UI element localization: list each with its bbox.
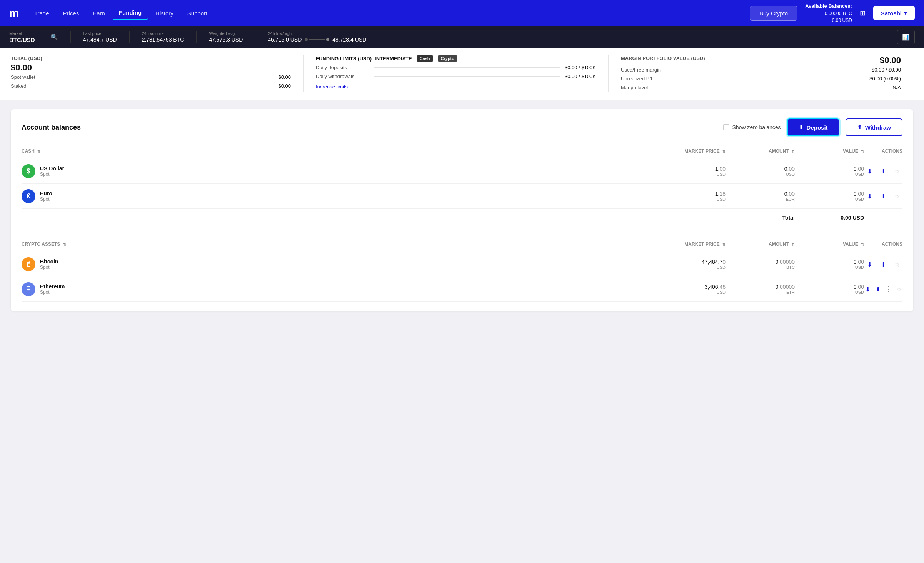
withdraw-icon: ⬆	[857, 124, 862, 131]
last-price-value: 47,484.7 USD	[83, 37, 117, 43]
eth-star-icon[interactable]: ☆	[895, 284, 902, 295]
btc-amount: 0.00000	[726, 259, 795, 265]
table-row: € Euro Spot 1.18 USD 0.00 EUR 0.00 USD ⬇…	[22, 184, 902, 209]
daily-deposits-label: Daily deposits	[316, 65, 370, 70]
nav-history[interactable]: History	[149, 7, 180, 20]
staked-value: $0.00	[278, 83, 291, 89]
eur-name: Euro	[40, 190, 52, 197]
btc-value-currency: USD	[795, 265, 864, 270]
weighted-value: 47,575.3 USD	[209, 37, 243, 43]
cash-col-header[interactable]: CASH ⇅	[22, 148, 129, 154]
lowhigh-label: 24h low/high	[268, 31, 366, 36]
btc-value-cell: 0.00 USD	[795, 259, 864, 270]
eth-more-icon[interactable]: ⋮	[885, 284, 892, 295]
divider4	[255, 31, 255, 43]
amount-col-header[interactable]: AMOUNT ⇅	[726, 148, 795, 154]
volume-label: 24h volume	[142, 31, 184, 36]
cash-badge[interactable]: Cash	[417, 55, 433, 62]
eur-icon: €	[22, 189, 35, 203]
eth-price-cell: 3,406.46 USD	[129, 284, 726, 295]
show-zero-checkbox[interactable]	[723, 124, 729, 130]
card-header: Account balances Show zero balances ⬇ De…	[22, 118, 902, 136]
cash-total-label: Total	[726, 215, 795, 221]
eur-amount: 0.00	[726, 191, 795, 197]
daily-deposits-row: Daily deposits $0.00 / $100K	[316, 65, 596, 70]
crypto-table-header: CRYPTO ASSETS ⇅ MARKET PRICE ⇅ AMOUNT ⇅ …	[22, 238, 902, 250]
buy-crypto-button[interactable]: Buy Crypto	[750, 6, 797, 21]
market-price-col-header[interactable]: MARKET PRICE ⇅	[129, 148, 726, 154]
last-price-stat: Last price 47,484.7 USD	[83, 31, 117, 43]
eur-deposit-icon[interactable]: ⬇	[864, 191, 875, 202]
btc-star-icon[interactable]: ☆	[892, 259, 902, 270]
staked-row: Staked $0.00	[11, 82, 291, 90]
usd-balance: 0.00 USD	[805, 17, 852, 24]
eth-deposit-icon[interactable]: ⬇	[864, 284, 871, 295]
header-actions: Show zero balances ⬇ Deposit ⬆ Withdraw	[723, 118, 902, 136]
funding-summary: TOTAL (USD) $0.00 Spot wallet $0.00 Stak…	[0, 48, 924, 100]
daily-withdrawals-row: Daily withdrawals $0.00 / $100K	[316, 73, 596, 79]
value-col-header[interactable]: VALUE ⇅	[795, 148, 864, 154]
limits-title: FUNDING LIMITS (USD): INTERMEDIATE	[316, 56, 412, 62]
amount-sort-icon: ⇅	[792, 149, 795, 153]
used-free-value: $0.00 / $0.00	[872, 67, 901, 73]
funding-limits-section: FUNDING LIMITS (USD): INTERMEDIATE Cash …	[303, 55, 608, 92]
crypto-amount-col-header[interactable]: AMOUNT ⇅	[726, 242, 795, 247]
eth-withdraw-icon[interactable]: ⬆	[874, 284, 882, 295]
market-label: Market	[9, 31, 35, 36]
search-icon[interactable]: 🔍	[50, 33, 58, 41]
crypto-market-price-col-header[interactable]: MARKET PRICE ⇅	[129, 242, 726, 247]
eth-amount-currency: ETH	[726, 290, 795, 295]
divider2	[129, 31, 130, 43]
withdraw-button[interactable]: ⬆ Withdraw	[846, 118, 902, 136]
usd-withdraw-icon[interactable]: ⬆	[878, 166, 889, 177]
nav-funding[interactable]: Funding	[113, 6, 148, 20]
grid-icon[interactable]: ⊞	[860, 9, 866, 17]
crypto-value-col-header[interactable]: VALUE ⇅	[795, 242, 864, 247]
nav-trade[interactable]: Trade	[28, 7, 55, 20]
table-row: Ξ Ethereum Spot 3,406.46 USD 0.00000 ETH…	[22, 277, 902, 302]
eur-price: 1.18	[129, 191, 726, 197]
btc-type: Spot	[40, 265, 58, 270]
used-free-label: Used/Free margin	[621, 67, 661, 73]
usd-name: US Dollar	[40, 165, 64, 172]
eur-withdraw-icon[interactable]: ⬆	[878, 191, 889, 202]
crypto-col-header[interactable]: CRYPTO ASSETS ⇅	[22, 242, 129, 247]
chart-button[interactable]: 📊	[897, 30, 915, 44]
daily-deposits-bar	[374, 67, 560, 68]
eur-price-currency: USD	[129, 197, 726, 202]
btc-amount-cell: 0.00000 BTC	[726, 259, 795, 270]
btc-withdraw-icon[interactable]: ⬆	[878, 259, 889, 270]
withdraw-label: Withdraw	[865, 124, 891, 131]
high-value: 48,728.4 USD	[332, 37, 366, 43]
value-sort-icon: ⇅	[861, 149, 864, 153]
spot-wallet-label: Spot wallet	[11, 74, 35, 80]
btc-price-currency: USD	[129, 265, 726, 270]
btc-value: 0.00	[795, 259, 864, 265]
username: Satoshi	[881, 10, 902, 17]
btc-name: Bitcoin	[40, 258, 58, 265]
increase-limits-link[interactable]: Increase limits	[316, 84, 348, 90]
logo-icon[interactable]: m	[9, 7, 19, 19]
eth-actions: ⬇ ⬆ ⋮ ☆	[864, 284, 902, 295]
usd-actions: ⬇ ⬆ ☆	[864, 166, 902, 177]
deposit-button[interactable]: ⬇ Deposit	[787, 118, 839, 136]
eth-value: 0.00	[795, 284, 864, 290]
crypto-badge[interactable]: Crypto	[438, 55, 457, 62]
btc-deposit-icon[interactable]: ⬇	[864, 259, 875, 270]
crypto-actions-col-header: ACTIONS	[864, 242, 902, 247]
market-info: Market BTC/USD	[9, 31, 35, 43]
show-zero-balances-label[interactable]: Show zero balances	[723, 124, 781, 130]
margin-total: $0.00	[880, 55, 901, 65]
eth-name: Ethereum	[40, 283, 65, 290]
user-menu-button[interactable]: Satoshi ▾	[873, 6, 915, 20]
unrealized-label: Unrealized P/L	[621, 76, 654, 82]
usd-value-cell: 0.00 USD	[795, 166, 864, 177]
nav-prices[interactable]: Prices	[57, 7, 85, 20]
usd-price-cell: 1.00 USD	[129, 166, 726, 177]
nav-support[interactable]: Support	[181, 7, 214, 20]
usd-deposit-icon[interactable]: ⬇	[864, 166, 875, 177]
usd-star-icon[interactable]: ☆	[892, 166, 902, 177]
nav-earn[interactable]: Earn	[87, 7, 111, 20]
navbar: m Trade Prices Earn Funding History Supp…	[0, 0, 924, 26]
eur-star-icon[interactable]: ☆	[892, 191, 902, 202]
